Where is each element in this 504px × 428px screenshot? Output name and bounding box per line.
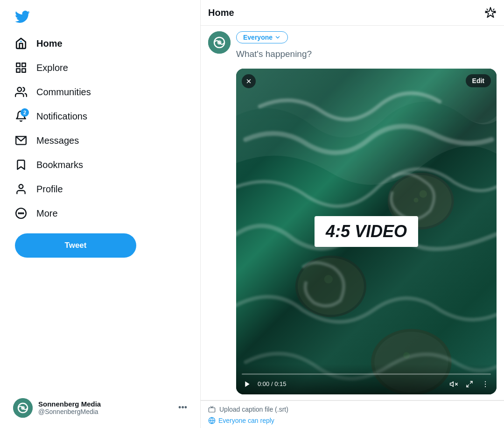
- svg-line-16: [493, 9, 494, 10]
- sidebar-item-notifications[interactable]: 2 Notifications: [7, 105, 193, 128]
- sidebar-item-more[interactable]: More: [7, 202, 193, 225]
- sidebar-item-home-label: Home: [36, 38, 63, 49]
- svg-point-11: [22, 213, 23, 214]
- sidebar-item-profile-label: Profile: [36, 184, 63, 195]
- video-controls: 0:00 / 0:15: [236, 364, 497, 394]
- sidebar-item-communities-label: Communities: [36, 87, 91, 98]
- more-icon: [15, 207, 27, 219]
- svg-point-25: [420, 190, 427, 197]
- main-content: Home Eve: [201, 0, 504, 428]
- svg-rect-1: [16, 63, 20, 67]
- svg-point-7: [19, 184, 23, 189]
- svg-point-10: [21, 213, 21, 214]
- profile-icon: [15, 183, 27, 195]
- video-mute-button[interactable]: [448, 379, 459, 390]
- video-preview: Edit 4:5 VIDEO: [236, 69, 497, 394]
- sidebar-item-messages-label: Messages: [36, 135, 79, 146]
- svg-point-26: [413, 198, 418, 203]
- sidebar-item-home[interactable]: Home: [7, 32, 193, 55]
- sidebar-user-area[interactable]: Sonnenberg Media @SonnenbergMedia •••: [7, 394, 193, 421]
- communities-icon: [15, 86, 27, 98]
- video-progress-bar[interactable]: [242, 373, 491, 375]
- video-fullscreen-button[interactable]: [464, 379, 475, 390]
- svg-point-42: [485, 383, 486, 384]
- video-label-text: 4:5 VIDEO: [326, 222, 407, 241]
- svg-rect-44: [209, 407, 215, 412]
- svg-rect-3: [22, 69, 26, 72]
- messages-icon: [15, 134, 27, 147]
- sidebar-item-profile[interactable]: Profile: [7, 177, 193, 201]
- bookmarks-icon: [15, 159, 27, 171]
- sidebar: Home Explore Communities: [0, 0, 201, 428]
- sidebar-user-more-dots[interactable]: •••: [178, 403, 187, 413]
- everyone-reply[interactable]: Everyone can reply: [208, 417, 497, 424]
- svg-line-40: [467, 385, 469, 387]
- main-header: Home: [201, 0, 504, 26]
- caption-upload[interactable]: Upload caption file (.srt): [208, 406, 497, 413]
- compose-top: Everyone What's happening?: [208, 31, 497, 394]
- video-controls-row: 0:00 / 0:15: [242, 379, 491, 390]
- svg-rect-2: [22, 63, 26, 67]
- notification-badge: 2: [21, 108, 29, 117]
- svg-line-19: [487, 9, 488, 10]
- compose-placeholder[interactable]: What's happening?: [236, 47, 497, 63]
- svg-marker-35: [245, 381, 249, 387]
- svg-marker-36: [450, 381, 454, 386]
- caption-icon: [208, 406, 216, 413]
- compose-footer: Upload caption file (.srt) Everyone can …: [201, 400, 504, 428]
- video-more-button[interactable]: [480, 379, 491, 390]
- svg-rect-4: [16, 69, 20, 72]
- tweet-button[interactable]: Tweet: [15, 233, 136, 258]
- sidebar-user-name: Sonnenberg Media: [38, 400, 101, 408]
- sidebar-user-info: Sonnenberg Media @SonnenbergMedia: [38, 400, 101, 415]
- sidebar-item-bookmarks-label: Bookmarks: [36, 160, 83, 170]
- notifications-icon: 2: [15, 110, 27, 122]
- video-time: 0:00 / 0:15: [258, 380, 286, 387]
- sidebar-item-messages[interactable]: Messages: [7, 129, 193, 152]
- svg-point-5: [17, 87, 21, 91]
- sidebar-item-explore-label: Explore: [36, 63, 68, 73]
- svg-point-0: [20, 41, 21, 42]
- explore-icon: [15, 62, 27, 74]
- compose-area: Everyone What's happening?: [201, 26, 504, 400]
- video-left-controls: 0:00 / 0:15: [242, 379, 286, 390]
- svg-point-43: [485, 386, 486, 387]
- twitter-logo[interactable]: [7, 4, 193, 30]
- sidebar-avatar: [13, 398, 33, 418]
- sidebar-item-notifications-label: Notifications: [36, 111, 87, 122]
- svg-line-39: [470, 381, 472, 384]
- sidebar-user: Sonnenberg Media @SonnenbergMedia: [13, 398, 101, 418]
- sidebar-item-communities[interactable]: Communities: [7, 80, 193, 104]
- svg-point-9: [19, 213, 20, 214]
- video-play-button[interactable]: [242, 379, 253, 390]
- sparkle-button[interactable]: [484, 7, 497, 19]
- sidebar-item-bookmarks[interactable]: Bookmarks: [7, 153, 193, 176]
- compose-avatar: [208, 31, 231, 54]
- caption-upload-label: Upload caption file (.srt): [219, 406, 288, 413]
- video-label-overlay: 4:5 VIDEO: [315, 216, 418, 247]
- video-close-button[interactable]: [242, 74, 256, 88]
- home-icon: [15, 37, 27, 49]
- video-right-controls: [448, 379, 491, 390]
- everyone-btn-label: Everyone: [243, 34, 273, 41]
- compose-right: Everyone What's happening?: [236, 31, 497, 394]
- everyone-reply-label: Everyone can reply: [218, 417, 274, 424]
- sidebar-user-handle: @SonnenbergMedia: [38, 408, 101, 415]
- sidebar-item-more-label: More: [36, 208, 58, 219]
- svg-point-41: [485, 381, 486, 382]
- video-edit-button[interactable]: Edit: [466, 74, 491, 87]
- svg-point-29: [324, 275, 333, 283]
- everyone-button[interactable]: Everyone: [236, 31, 288, 43]
- globe-icon: [208, 417, 216, 424]
- sidebar-item-explore[interactable]: Explore: [7, 56, 193, 79]
- page-title: Home: [208, 7, 234, 18]
